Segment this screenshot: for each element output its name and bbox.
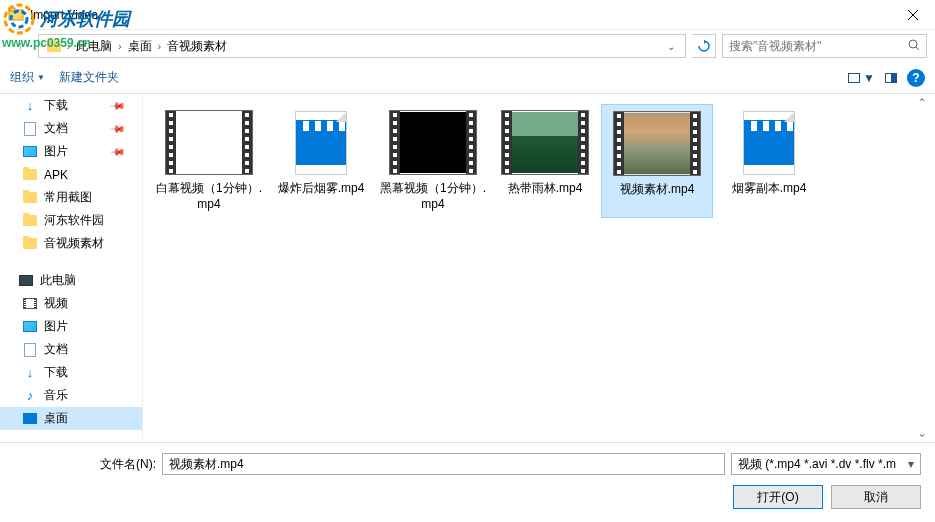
pin-icon: 📌 — [110, 97, 126, 113]
chevron-down-icon: ▼ — [37, 73, 45, 82]
sidebar-item-label: 音乐 — [44, 387, 68, 404]
sidebar-item-label: 常用截图 — [44, 189, 92, 206]
view-icon — [848, 73, 860, 83]
chevron-down-icon: ▼ — [863, 71, 875, 85]
sidebar-item-label: 文档 — [44, 120, 68, 137]
sidebar-item[interactable]: ↓下载📌 — [0, 94, 142, 117]
svg-rect-3 — [9, 8, 15, 11]
bottom-panel: 文件名(N): 视频 (*.mp4 *.avi *.dv *.flv *.m 打… — [0, 442, 935, 522]
address-bar: ↑ › 此电脑 › 桌面 › 音视频素材 ⌄ — [0, 30, 935, 62]
toolbar: 组织 ▼ 新建文件夹 ▼ ? — [0, 62, 935, 94]
sidebar-item[interactable]: ↓下载 — [0, 361, 142, 384]
chevron-down-icon[interactable]: ⌄ — [661, 41, 681, 52]
picture-icon — [23, 146, 37, 157]
file-name: 热带雨林.mp4 — [508, 181, 583, 197]
help-button[interactable]: ? — [907, 69, 925, 87]
sidebar-item[interactable]: 文档📌 — [0, 117, 142, 140]
file-item[interactable]: 黑幕视频（1分钟）.mp4 — [377, 104, 489, 218]
document-icon — [24, 343, 36, 357]
sidebar-item-label: 下载 — [44, 97, 68, 114]
download-icon: ↓ — [27, 98, 34, 113]
file-name: 白幕视频（1分钟）.mp4 — [155, 181, 263, 212]
sidebar-item-label: 音视频素材 — [44, 235, 104, 252]
sidebar-item[interactable]: 图片 — [0, 315, 142, 338]
sidebar-item-label: 视频 — [44, 295, 68, 312]
sidebar: ↓下载📌文档📌图片📌APK常用截图河东软件园音视频素材 此电脑 视频图片文档↓下… — [0, 94, 143, 442]
sidebar-item[interactable]: 视频 — [0, 292, 142, 315]
folder-icon — [23, 238, 37, 249]
sidebar-item-label: 河东软件园 — [44, 212, 104, 229]
chevron-right-icon: › — [118, 41, 121, 52]
music-icon: ♪ — [27, 388, 34, 403]
search-input[interactable] — [729, 39, 908, 53]
sidebar-item[interactable]: ♪音乐 — [0, 384, 142, 407]
sidebar-item[interactable]: 图片📌 — [0, 140, 142, 163]
pin-icon: 📌 — [110, 143, 126, 159]
sidebar-item-label: APK — [44, 168, 68, 182]
file-item[interactable]: 热带雨林.mp4 — [489, 104, 601, 218]
pc-icon — [18, 273, 34, 289]
search-box[interactable] — [722, 34, 927, 58]
sidebar-item-label: 图片 — [44, 143, 68, 160]
picture-icon — [23, 321, 37, 332]
refresh-icon — [698, 40, 710, 52]
document-icon — [24, 122, 36, 136]
sidebar-item[interactable]: 桌面 — [0, 407, 142, 430]
preview-icon — [885, 73, 897, 83]
file-grid[interactable]: 白幕视频（1分钟）.mp4爆炸后烟雾.mp4黑幕视频（1分钟）.mp4热带雨林.… — [143, 94, 935, 442]
app-icon — [8, 7, 24, 23]
file-thumbnail — [613, 111, 701, 176]
file-thumbnail — [725, 110, 813, 175]
sidebar-item-thispc[interactable]: 此电脑 — [0, 269, 142, 292]
svg-point-6 — [909, 40, 917, 48]
sidebar-item[interactable]: APK — [0, 163, 142, 186]
search-icon[interactable] — [908, 39, 920, 54]
filename-label: 文件名(N): — [100, 456, 156, 473]
file-thumbnail — [389, 110, 477, 175]
folder-icon — [23, 192, 37, 203]
sidebar-item-label: 文档 — [44, 341, 68, 358]
refresh-button[interactable] — [692, 34, 716, 58]
sidebar-item[interactable]: 文档 — [0, 338, 142, 361]
file-item[interactable]: 白幕视频（1分钟）.mp4 — [153, 104, 265, 218]
breadcrumb-seg[interactable]: 此电脑 — [72, 36, 116, 57]
title-bar: Import Video — [0, 0, 935, 30]
sidebar-item-label: 桌面 — [44, 410, 68, 427]
filename-input[interactable] — [162, 453, 725, 475]
download-icon: ↓ — [27, 365, 34, 380]
organize-button[interactable]: 组织 ▼ — [10, 69, 45, 86]
filetype-dropdown[interactable]: 视频 (*.mp4 *.avi *.dv *.flv *.m — [731, 453, 921, 475]
sidebar-item[interactable]: 音视频素材 — [0, 232, 142, 255]
up-button[interactable]: ↑ — [8, 34, 32, 58]
breadcrumb-seg[interactable]: 桌面 — [124, 36, 156, 57]
sidebar-item[interactable]: 常用截图 — [0, 186, 142, 209]
file-name: 视频素材.mp4 — [620, 182, 695, 198]
file-item[interactable]: 视频素材.mp4 — [601, 104, 713, 218]
sidebar-item-label: 图片 — [44, 318, 68, 335]
chevron-right-icon: › — [158, 41, 161, 52]
close-button[interactable] — [890, 0, 935, 30]
file-item[interactable]: 烟雾副本.mp4 — [713, 104, 825, 218]
breadcrumb-seg[interactable]: 音视频素材 — [163, 36, 231, 57]
folder-icon — [23, 169, 37, 180]
sidebar-item-label: 下载 — [44, 364, 68, 381]
cancel-button[interactable]: 取消 — [831, 485, 921, 509]
video-icon — [23, 298, 37, 309]
pin-icon: 📌 — [110, 120, 126, 136]
preview-pane-button[interactable] — [885, 73, 897, 83]
close-icon — [908, 10, 918, 20]
svg-line-7 — [916, 47, 919, 50]
file-item[interactable]: 爆炸后烟雾.mp4 — [265, 104, 377, 218]
view-mode-button[interactable]: ▼ — [848, 71, 875, 85]
desktop-icon — [23, 413, 37, 424]
sidebar-item[interactable]: 河东软件园 — [0, 209, 142, 232]
folder-icon — [43, 39, 65, 54]
new-folder-button[interactable]: 新建文件夹 — [59, 69, 119, 86]
file-name: 烟雾副本.mp4 — [732, 181, 807, 197]
file-thumbnail — [165, 110, 253, 175]
open-button[interactable]: 打开(O) — [733, 485, 823, 509]
breadcrumb[interactable]: › 此电脑 › 桌面 › 音视频素材 ⌄ — [38, 34, 686, 58]
file-thumbnail — [501, 110, 589, 175]
chevron-right-icon: › — [67, 41, 70, 52]
file-thumbnail — [277, 110, 365, 175]
